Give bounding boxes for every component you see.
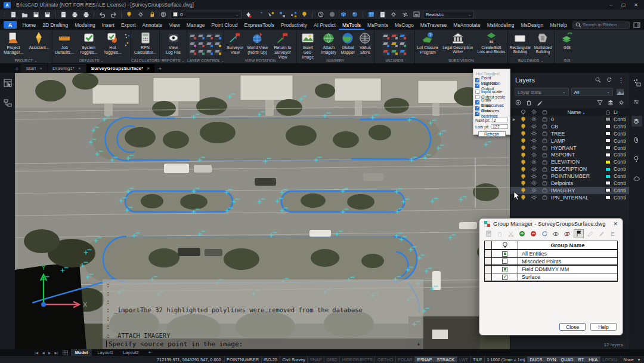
tab-mscogo[interactable]: MsCogo xyxy=(392,20,417,30)
group-select-icon[interactable] xyxy=(277,10,287,19)
last-layout-icon[interactable]: ▶| xyxy=(53,350,59,355)
layer-lock-icon[interactable] xyxy=(539,124,550,129)
layer-lock-icon[interactable] xyxy=(539,159,550,165)
layer-on-bulb-icon[interactable] xyxy=(518,195,528,200)
group-visibility-checkbox[interactable] xyxy=(502,267,507,272)
layer-preview-icon[interactable] xyxy=(615,88,625,96)
next-layout-icon[interactable]: ▶ xyxy=(47,350,52,355)
system-toggles-button[interactable]: System Toggles... xyxy=(76,31,100,55)
layer-globe-icon[interactable] xyxy=(159,10,168,19)
wizard-tool-icon[interactable] xyxy=(382,33,390,40)
tab-expresstools[interactable]: ExpressTools xyxy=(241,20,278,30)
cut-group-icon[interactable] xyxy=(506,229,516,238)
linetype-column-header[interactable]: Li xyxy=(614,109,629,115)
checkbox[interactable] xyxy=(475,100,479,104)
layer-row[interactable]: HYDRANT Conti xyxy=(510,144,629,152)
properties-panel-icon[interactable] xyxy=(2,78,13,88)
wizard-tool-icon[interactable] xyxy=(382,41,390,48)
layout-list-icon[interactable] xyxy=(63,350,68,355)
layer-tool-icon[interactable] xyxy=(214,41,222,48)
view-log-file-button[interactable]: View Log File xyxy=(161,31,186,55)
group-name-column-header[interactable]: Group Name xyxy=(518,242,617,248)
new-group-icon[interactable] xyxy=(483,229,493,238)
attach-imagery-button[interactable]: Attach Imagery xyxy=(319,31,339,55)
tab-mstraverse[interactable]: MsTraverse xyxy=(417,20,450,30)
status-snap[interactable]: SNAP xyxy=(307,356,324,362)
layer-on-icon[interactable] xyxy=(125,10,134,19)
draw-order-icon[interactable] xyxy=(255,10,264,19)
status-rt[interactable]: RT xyxy=(575,356,586,362)
layer-tool-icon[interactable] xyxy=(189,41,197,48)
tab-modeling[interactable]: Modeling xyxy=(72,20,99,30)
wizard-tool-icon[interactable] xyxy=(399,33,407,40)
print-icon[interactable] xyxy=(70,10,79,19)
group-visibility-checkbox[interactable] xyxy=(502,251,507,257)
tabs-grip-icon[interactable]: ⠿ xyxy=(16,66,18,70)
new-file-icon[interactable] xyxy=(8,10,18,19)
edit-group-icon[interactable] xyxy=(585,229,595,238)
redo-icon[interactable] xyxy=(109,10,118,19)
layer-row[interactable]: IPN_INTERNAL Conti xyxy=(510,194,629,201)
layer-lock-icon[interactable] xyxy=(539,187,550,193)
return-to-surveyor-view-button[interactable]: Return to Surveyor View xyxy=(270,31,296,59)
current-layer-dropdown[interactable]: 0 ⌄ xyxy=(170,11,242,19)
insert-geo-image-button[interactable]: Insert Geo- Image xyxy=(298,31,318,59)
layer-color-swatch[interactable] xyxy=(605,131,611,136)
explorer-panel-icon[interactable] xyxy=(631,154,642,165)
project-manager-button[interactable]: Project Manager... xyxy=(1,31,26,55)
layer-row-imagery[interactable]: IMAGERY Conti xyxy=(510,187,629,194)
layer-row[interactable]: DESCRIPTION Conti xyxy=(510,165,629,173)
layer-freeze-icon[interactable] xyxy=(528,138,539,143)
purge-layer-icon[interactable] xyxy=(537,100,543,106)
scroll-up-icon[interactable]: ▲ xyxy=(417,342,420,346)
status-quad[interactable]: QUAD xyxy=(558,356,575,362)
tab-ai-predict[interactable]: AI Predict xyxy=(311,20,339,30)
layer-tool-icon[interactable] xyxy=(206,41,213,48)
tab-manage[interactable]: Manage xyxy=(183,20,208,30)
table-icon[interactable] xyxy=(366,10,376,19)
layer-row[interactable]: TREE Conti xyxy=(510,130,629,137)
group-row-surface[interactable]: Surface xyxy=(485,273,617,281)
layer-row[interactable]: POINTNUMBER Conti xyxy=(510,173,629,180)
layer-freeze-icon[interactable] xyxy=(528,124,539,129)
layer-freeze-icon[interactable] xyxy=(528,116,539,122)
view-cube-icon[interactable] xyxy=(339,10,348,19)
name-column-header[interactable]: Name ▲ xyxy=(550,109,602,115)
status-strack[interactable]: STRACK xyxy=(434,356,457,362)
status-annotation-scale[interactable]: 1:1000 (1mm = 1m) xyxy=(484,356,527,362)
layer-color-swatch[interactable] xyxy=(605,181,611,185)
tab-2d-drafting[interactable]: 2D Drafting xyxy=(39,20,72,30)
tab-productivity[interactable]: Productivity xyxy=(278,20,311,30)
gis-button[interactable]: GIS xyxy=(556,31,578,50)
wizard-tool-icon[interactable] xyxy=(399,41,407,48)
layer-lock-icon[interactable] xyxy=(539,174,550,179)
match-properties-icon[interactable] xyxy=(266,10,275,19)
status-selection[interactable]: None xyxy=(621,356,636,362)
layer-freeze-icon[interactable] xyxy=(528,195,539,200)
layer-lock-icon[interactable] xyxy=(539,152,550,158)
layer-freeze-icon[interactable] xyxy=(528,174,539,179)
group-row-all-entities[interactable]: All Entities xyxy=(485,250,617,258)
status-pointnumber[interactable]: POINTNUMBER xyxy=(224,356,261,362)
layer-color-swatch[interactable] xyxy=(605,167,611,171)
point-cloud-panel-icon[interactable] xyxy=(631,78,642,88)
layer-control-tools[interactable] xyxy=(189,31,222,56)
tab-model[interactable]: Model xyxy=(71,349,92,356)
prev-layout-icon[interactable]: ◀ xyxy=(41,350,46,355)
remove-entities-icon[interactable] xyxy=(528,229,538,238)
refresh-button[interactable]: Refresh xyxy=(478,131,506,137)
close-tab-icon[interactable]: × xyxy=(78,66,81,71)
filter-icon[interactable] xyxy=(597,100,603,106)
multisided-building-button[interactable]: Multisided Building xyxy=(532,31,553,54)
first-layout-icon[interactable]: |◀ xyxy=(33,350,39,355)
status-hka[interactable]: HKA xyxy=(586,356,600,362)
hot-toggles-button[interactable]: Hot Toggles... xyxy=(101,31,124,55)
drawing-canvas[interactable]: Y X : : : : _importThe 32 highlighted po… xyxy=(15,73,510,349)
refresh-icon[interactable] xyxy=(606,77,612,83)
layer-row[interactable]: ▶ 0 Conti xyxy=(510,116,629,123)
checkbox[interactable] xyxy=(475,95,479,99)
close-tab-icon[interactable]: × xyxy=(147,66,150,71)
open-file-icon[interactable] xyxy=(20,10,29,19)
swap-icon[interactable] xyxy=(400,10,410,19)
close-icon[interactable]: ✕ xyxy=(634,2,638,8)
